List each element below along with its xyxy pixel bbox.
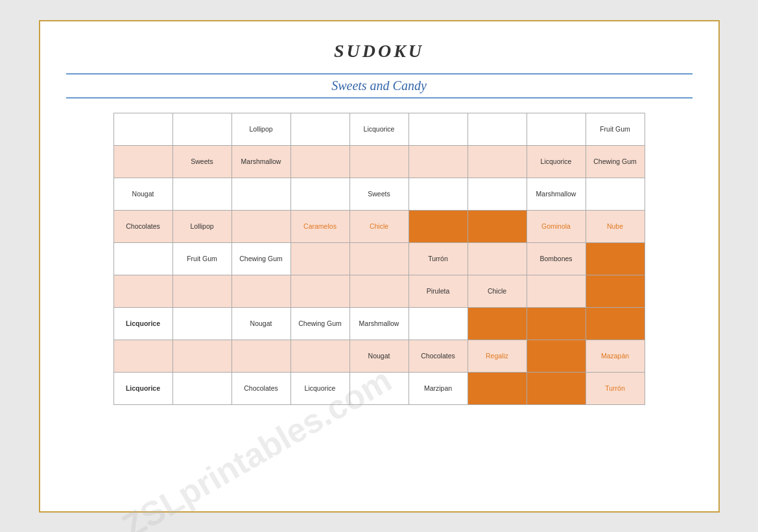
cell-r5-c6: Chicle (468, 275, 527, 307)
cell-r5-c8 (586, 275, 645, 307)
cell-r1-c1: Sweets (172, 145, 231, 178)
cell-r7-c5: Chocolates (409, 340, 468, 372)
cell-r7-c8: Mazapán (586, 340, 645, 372)
cell-r1-c0 (113, 145, 172, 178)
cell-r6-c8 (586, 307, 645, 340)
cell-r3-c5 (409, 210, 468, 242)
cell-r2-c7: Marshmallow (527, 178, 586, 210)
cell-r3-c7: Gominola (527, 210, 586, 242)
cell-r6-c1 (172, 307, 231, 340)
cell-r4-c8 (586, 242, 645, 275)
cell-r7-c2 (231, 340, 290, 372)
cell-r7-c6: Regaliz (468, 340, 527, 372)
cell-r2-c8 (586, 178, 645, 210)
cell-r2-c4: Sweets (349, 178, 409, 210)
cell-r3-c2 (231, 210, 290, 242)
cell-r8-c3: Licquorice (290, 372, 349, 404)
grid-container: LollipopLicquoriceFruit GumSweetsMarshma… (113, 113, 645, 405)
sudoku-table: LollipopLicquoriceFruit GumSweetsMarshma… (113, 113, 645, 405)
cell-r8-c5: Marzipan (409, 372, 468, 404)
cell-r2-c0: Nougat (113, 178, 172, 210)
cell-r0-c4: Licquorice (349, 113, 409, 145)
cell-r5-c1 (172, 275, 231, 307)
cell-r7-c7 (527, 340, 586, 372)
cell-r1-c2: Marshmallow (231, 145, 290, 178)
cell-r8-c7 (527, 372, 586, 404)
cell-r4-c4 (349, 242, 409, 275)
cell-r8-c4 (349, 372, 409, 404)
divider-top (66, 73, 693, 75)
cell-r3-c4: Chicle (349, 210, 409, 242)
cell-r1-c7: Licquorice (527, 145, 586, 178)
cell-r2-c1 (172, 178, 231, 210)
cell-r6-c2: Nougat (231, 307, 290, 340)
cell-r3-c1: Lollipop (172, 210, 231, 242)
page: SUDOKU Sweets and Candy LollipopLicquori… (39, 20, 720, 513)
cell-r8-c6 (468, 372, 527, 404)
cell-r1-c8: Chewing Gum (586, 145, 645, 178)
cell-r0-c0 (113, 113, 172, 145)
cell-r0-c6 (468, 113, 527, 145)
divider-bottom (66, 97, 693, 98)
cell-r1-c4 (349, 145, 409, 178)
cell-r1-c6 (468, 145, 527, 178)
cell-r5-c2 (231, 275, 290, 307)
cell-r3-c0: Chocolates (113, 210, 172, 242)
cell-r2-c5 (409, 178, 468, 210)
cell-r7-c3 (290, 340, 349, 372)
cell-r5-c3 (290, 275, 349, 307)
cell-r6-c5 (409, 307, 468, 340)
cell-r0-c3 (290, 113, 349, 145)
subtitle: Sweets and Candy (66, 78, 693, 93)
cell-r8-c0: Licquorice (113, 372, 172, 404)
cell-r4-c2: Chewing Gum (231, 242, 290, 275)
cell-r5-c7 (527, 275, 586, 307)
cell-r4-c7: Bombones (527, 242, 586, 275)
cell-r4-c1: Fruit Gum (172, 242, 231, 275)
cell-r5-c4 (349, 275, 409, 307)
cell-r8-c1 (172, 372, 231, 404)
cell-r7-c1 (172, 340, 231, 372)
cell-r4-c5: Turrón (409, 242, 468, 275)
cell-r1-c3 (290, 145, 349, 178)
cell-r8-c2: Chocolates (231, 372, 290, 404)
cell-r0-c5 (409, 113, 468, 145)
cell-r6-c0: Licquorice (113, 307, 172, 340)
cell-r6-c4: Marshmallow (349, 307, 409, 340)
cell-r6-c6 (468, 307, 527, 340)
cell-r6-c7 (527, 307, 586, 340)
cell-r3-c3: Caramelos (290, 210, 349, 242)
cell-r6-c3: Chewing Gum (290, 307, 349, 340)
cell-r0-c7 (527, 113, 586, 145)
cell-r1-c5 (409, 145, 468, 178)
cell-r2-c3 (290, 178, 349, 210)
cell-r2-c6 (468, 178, 527, 210)
cell-r3-c6 (468, 210, 527, 242)
cell-r2-c2 (231, 178, 290, 210)
cell-r0-c8: Fruit Gum (586, 113, 645, 145)
cell-r7-c0 (113, 340, 172, 372)
cell-r4-c6 (468, 242, 527, 275)
cell-r0-c1 (172, 113, 231, 145)
cell-r4-c3 (290, 242, 349, 275)
cell-r7-c4: Nougat (349, 340, 409, 372)
cell-r5-c0 (113, 275, 172, 307)
cell-r3-c8: Nube (586, 210, 645, 242)
cell-r0-c2: Lollipop (231, 113, 290, 145)
cell-r5-c5: Piruleta (409, 275, 468, 307)
main-title: SUDOKU (66, 41, 693, 62)
cell-r4-c0 (113, 242, 172, 275)
cell-r8-c8: Turrón (586, 372, 645, 404)
